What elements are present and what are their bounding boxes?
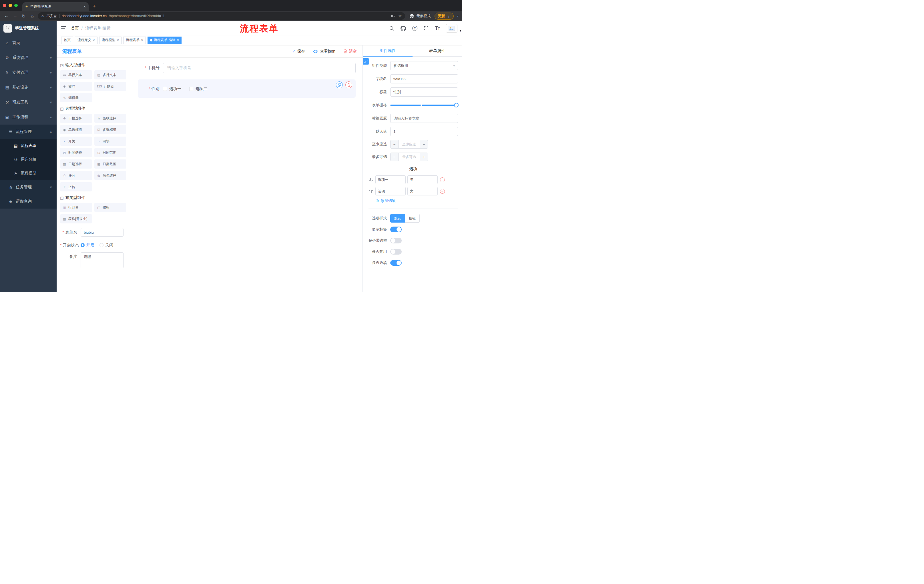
checkbox-option-1[interactable]: 选项一 — [163, 86, 181, 91]
key-icon[interactable] — [391, 14, 395, 18]
plus-icon[interactable]: + — [420, 140, 428, 148]
checkbox-option-2[interactable]: 选项二 — [189, 86, 208, 91]
update-button[interactable]: 更新 ⋮ — [434, 13, 454, 20]
drag-handle-icon[interactable] — [368, 178, 374, 181]
sidebar-item-task-management[interactable]: ⋔ 任务管理 ∨ — [0, 180, 57, 194]
font-size-icon[interactable]: TT — [435, 26, 440, 31]
back-icon[interactable]: ← — [3, 13, 10, 18]
palette-item-counter[interactable]: 123计数器 — [94, 82, 126, 91]
window-close-button[interactable] — [3, 4, 6, 7]
sidebar-item-process-management[interactable]: ≣ 流程管理 ∧ — [0, 125, 57, 139]
palette-item-editor[interactable]: ✎编辑器 — [60, 93, 92, 102]
save-button[interactable]: ✓保存 — [292, 49, 305, 54]
sidebar-item-payment[interactable]: ¥ 支付管理 ∨ — [0, 65, 57, 80]
option-value-input[interactable] — [408, 187, 438, 196]
address-bar[interactable]: ⚠ 不安全 dashboard.yudao.iocoder.cn/bpm/man… — [38, 12, 405, 20]
palette-item-rate[interactable]: ☆评分 — [60, 171, 92, 180]
home-icon[interactable]: ⌂ — [29, 13, 35, 18]
label-width-input[interactable] — [390, 114, 458, 123]
chevron-down-icon[interactable]: ▾ — [457, 15, 459, 18]
tag-process-definition[interactable]: 流程定义× — [75, 36, 97, 44]
max-select-input[interactable] — [399, 153, 420, 161]
security-label[interactable]: 不安全 — [46, 14, 57, 18]
min-select-stepper[interactable]: −+ — [390, 140, 428, 148]
remove-option-button[interactable]: − — [440, 189, 445, 194]
remark-textarea[interactable]: 嘿嘿 — [81, 252, 124, 268]
sidebar-item-user-group[interactable]: ⚇ 用户分组 — [0, 153, 57, 166]
browser-menu-icon[interactable]: ⋮ — [447, 14, 450, 18]
tab-component-props[interactable]: 组件属性 — [363, 45, 412, 56]
sidebar-item-infrastructure[interactable]: ▤ 基础设施 ∨ — [0, 80, 57, 95]
tag-process-form[interactable]: 流程表单× — [123, 36, 146, 44]
option-style-default-button[interactable]: 默认 — [390, 214, 405, 222]
option-label-input[interactable] — [375, 175, 406, 184]
link-button[interactable] — [363, 58, 369, 64]
sidebar-item-leave-query[interactable]: ☻ 请假查询 — [0, 194, 57, 209]
bookmark-star-icon[interactable]: ☆ — [398, 14, 402, 18]
option-value-input[interactable] — [408, 175, 438, 184]
option-label-input[interactable] — [375, 187, 406, 196]
disabled-toggle[interactable] — [390, 249, 402, 255]
help-icon[interactable]: ? — [412, 26, 417, 31]
browser-tab[interactable]: ✦ 芋道管理系统 × — [22, 2, 89, 11]
reload-icon[interactable]: ↻ — [21, 13, 27, 19]
slider-thumb[interactable] — [454, 103, 459, 107]
component-type-select[interactable]: 多选框组▾ — [390, 61, 458, 70]
phone-input[interactable] — [163, 63, 356, 73]
palette-item-checkbox-group[interactable]: ☑多选框组 — [94, 125, 126, 134]
form-grid-slider[interactable] — [390, 100, 458, 110]
close-icon[interactable]: × — [117, 38, 119, 42]
status-on-radio[interactable]: 开启 — [81, 243, 94, 248]
add-option-button[interactable]: ⊕添加选项 — [375, 198, 458, 204]
form-name-input[interactable] — [81, 228, 124, 237]
minus-icon[interactable]: − — [391, 140, 399, 148]
window-zoom-button[interactable] — [14, 4, 18, 7]
palette-item-table[interactable]: ▦表格[开发中] — [60, 214, 92, 224]
sidebar-item-system[interactable]: ⚙ 系统管理 ∨ — [0, 50, 57, 65]
status-off-radio[interactable]: 关闭 — [99, 243, 113, 248]
option-style-button-button[interactable]: 按钮 — [405, 214, 420, 222]
delete-widget-button[interactable] — [345, 81, 352, 88]
required-toggle[interactable] — [390, 260, 402, 266]
palette-item-single-line-text[interactable]: ▭单行文本 — [60, 70, 92, 79]
breadcrumb-home[interactable]: 首页 — [71, 26, 79, 31]
view-json-button[interactable]: 查看json — [313, 49, 335, 54]
copy-widget-button[interactable] — [336, 81, 343, 88]
tag-home[interactable]: 首页 — [61, 36, 73, 44]
palette-item-button[interactable]: ▢按钮 — [94, 203, 126, 212]
minus-icon[interactable]: − — [391, 153, 399, 161]
palette-item-multi-line-text[interactable]: ▤多行文本 — [94, 70, 126, 79]
close-icon[interactable]: × — [92, 38, 95, 42]
palette-item-select[interactable]: ⊙下拉选择 — [60, 114, 92, 123]
tab-form-props[interactable]: 表单属性 — [412, 45, 462, 56]
clear-button[interactable]: 清空 — [343, 49, 357, 54]
tab-close-icon[interactable]: × — [84, 4, 86, 9]
palette-item-cascader[interactable]: ⋔级联选择 — [94, 114, 126, 123]
close-icon[interactable]: × — [177, 38, 179, 42]
palette-item-color-picker[interactable]: ◍颜色选择 — [94, 171, 126, 180]
window-minimize-button[interactable] — [8, 4, 12, 7]
palette-item-switch[interactable]: ◐开关 — [60, 137, 92, 146]
palette-item-row-container[interactable]: ◫行容器 — [60, 203, 92, 212]
sidebar-item-workflow[interactable]: ▣ 工作流程 ∧ — [0, 110, 57, 125]
sidebar-item-home[interactable]: ⌂ 首页 — [0, 35, 57, 50]
github-icon[interactable] — [401, 26, 406, 31]
palette-item-password[interactable]: ◈密码 — [60, 82, 92, 91]
show-label-toggle[interactable] — [390, 227, 402, 232]
palette-item-date-picker[interactable]: ▦日期选择 — [60, 160, 92, 169]
palette-item-date-range[interactable]: ▩日期范围 — [94, 160, 126, 169]
close-icon[interactable]: × — [141, 38, 143, 42]
palette-item-time-picker[interactable]: ◷时间选择 — [60, 148, 92, 157]
palette-item-radio-group[interactable]: ◉单选框组 — [60, 125, 92, 134]
search-icon[interactable] — [389, 26, 394, 31]
tag-process-form-edit[interactable]: 流程表单-编辑× — [147, 36, 182, 44]
phone-field-row[interactable]: 手机号 — [138, 63, 356, 73]
sidebar-item-process-form[interactable]: ▤ 流程表单 — [0, 139, 57, 153]
hamburger-icon[interactable] — [61, 26, 66, 31]
form-canvas[interactable]: 手机号 性别 选项一 — [131, 58, 363, 292]
new-tab-button[interactable]: + — [92, 3, 96, 10]
default-value-input[interactable] — [390, 127, 458, 136]
max-select-stepper[interactable]: −+ — [390, 153, 428, 161]
palette-item-time-range[interactable]: ◶时间范围 — [94, 148, 126, 157]
tag-process-model[interactable]: 流程模型× — [99, 36, 122, 44]
